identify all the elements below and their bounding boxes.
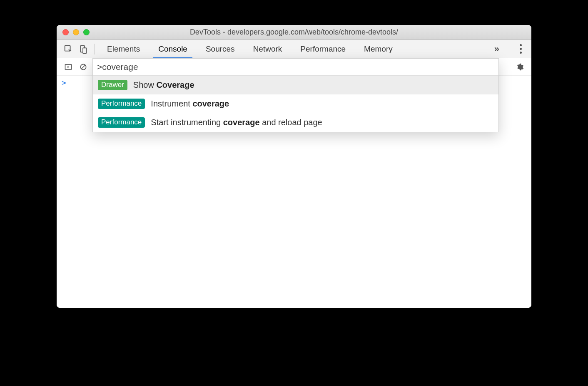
tab-elements[interactable]: Elements xyxy=(98,40,149,58)
device-toggle-icon[interactable] xyxy=(76,42,91,57)
command-palette-item[interactable]: Performance Instrument coverage xyxy=(93,94,498,113)
badge-performance: Performance xyxy=(98,117,145,128)
command-palette-input-row xyxy=(93,59,498,76)
devtools-window: DevTools - developers.google.com/web/too… xyxy=(57,25,531,308)
tab-memory[interactable]: Memory xyxy=(355,40,402,58)
svg-line-5 xyxy=(81,65,85,69)
minimize-window-button[interactable] xyxy=(73,29,79,35)
clear-console-icon[interactable] xyxy=(76,59,91,74)
command-palette-item-text: Show Coverage xyxy=(133,80,194,90)
close-window-button[interactable] xyxy=(62,29,69,35)
tab-network[interactable]: Network xyxy=(244,40,292,58)
devtools-tabbar: Elements Console Sources Network Perform… xyxy=(57,40,531,58)
command-palette-item[interactable]: Performance Start instrumenting coverage… xyxy=(93,113,498,132)
command-palette-item[interactable]: Drawer Show Coverage xyxy=(93,76,498,94)
zoom-window-button[interactable] xyxy=(83,29,90,35)
tab-sources[interactable]: Sources xyxy=(197,40,244,58)
badge-performance: Performance xyxy=(98,99,145,109)
tab-console[interactable]: Console xyxy=(149,40,197,58)
badge-drawer: Drawer xyxy=(98,80,127,90)
more-tabs-icon[interactable]: » xyxy=(490,44,503,54)
command-palette: Drawer Show Coverage Performance Instrum… xyxy=(92,58,499,132)
command-palette-item-text: Start instrumenting coverage and reload … xyxy=(151,118,322,127)
command-palette-item-text: Instrument coverage xyxy=(151,99,229,109)
tab-performance[interactable]: Performance xyxy=(291,40,355,58)
command-palette-input[interactable] xyxy=(97,62,494,72)
window-title: DevTools - developers.google.com/web/too… xyxy=(62,28,526,37)
toggle-sidebar-icon[interactable] xyxy=(61,59,76,74)
svg-rect-2 xyxy=(83,48,86,53)
window-controls xyxy=(62,29,90,35)
settings-menu-icon[interactable] xyxy=(514,42,527,57)
inspect-element-icon[interactable] xyxy=(61,42,76,57)
separator xyxy=(507,44,507,54)
titlebar: DevTools - developers.google.com/web/too… xyxy=(57,25,531,40)
gear-icon[interactable] xyxy=(512,59,527,74)
separator xyxy=(94,44,95,54)
command-palette-list: Drawer Show Coverage Performance Instrum… xyxy=(93,76,498,132)
